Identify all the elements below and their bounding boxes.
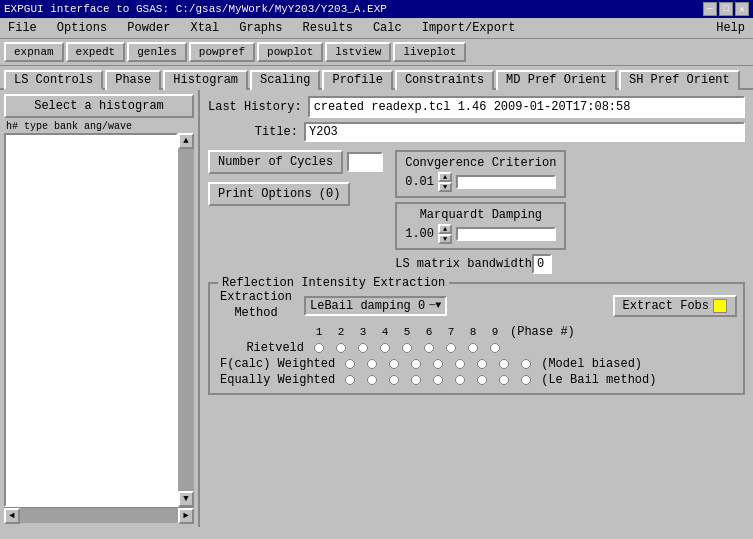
- fcalc-radio-3[interactable]: [389, 359, 399, 369]
- tab-scaling[interactable]: Scaling: [250, 70, 320, 90]
- toolbar-expedt[interactable]: expedt: [66, 42, 126, 62]
- convergence-value: 0.01: [405, 175, 434, 189]
- convergence-title: Convgerence Criterion: [405, 156, 556, 170]
- extract-fobs-button[interactable]: Extract Fobs: [613, 295, 737, 317]
- menu-import-export[interactable]: Import/Export: [418, 20, 520, 36]
- phase-num-4: 4: [374, 326, 396, 338]
- scroll-down-button[interactable]: ▼: [178, 491, 194, 507]
- tab-constraints[interactable]: Constraints: [395, 70, 494, 90]
- last-history-label: Last History:: [208, 100, 302, 114]
- convergence-down-button[interactable]: ▼: [438, 182, 452, 192]
- fcalc-radio-5[interactable]: [433, 359, 443, 369]
- phase-num-3: 3: [352, 326, 374, 338]
- fcalc-radio-1[interactable]: [345, 359, 355, 369]
- fcalc-radio-8-cell: [493, 359, 515, 369]
- histogram-list[interactable]: [4, 133, 178, 507]
- fcalc-radio-4[interactable]: [411, 359, 421, 369]
- convergence-box: Convgerence Criterion 0.01 ▲ ▼: [395, 150, 566, 198]
- phase-num-1: 1: [308, 326, 330, 338]
- equally-radio-4[interactable]: [411, 375, 421, 385]
- equally-radio-5[interactable]: [433, 375, 443, 385]
- rietveld-radio-8[interactable]: [468, 343, 478, 353]
- scroll-track[interactable]: [178, 149, 194, 491]
- equally-radio-8[interactable]: [499, 375, 509, 385]
- equally-radio-9[interactable]: [521, 375, 531, 385]
- toolbar-genles[interactable]: genles: [127, 42, 187, 62]
- scroll-up-button[interactable]: ▲: [178, 133, 194, 149]
- convergence-up-button[interactable]: ▲: [438, 172, 452, 182]
- equally-radio-2[interactable]: [367, 375, 377, 385]
- tab-phase[interactable]: Phase: [105, 70, 161, 90]
- convergence-slider-track[interactable]: [456, 175, 556, 189]
- tab-ls-controls[interactable]: LS Controls: [4, 70, 103, 90]
- title-input[interactable]: [304, 122, 745, 142]
- marquardt-up-button[interactable]: ▲: [438, 224, 452, 234]
- bandwidth-label: LS matrix bandwidth: [395, 257, 532, 271]
- maximize-button[interactable]: □: [719, 2, 733, 16]
- toolbar-liveplot[interactable]: liveplot: [393, 42, 466, 62]
- fobs-indicator: [713, 299, 727, 313]
- equally-radio-6[interactable]: [455, 375, 465, 385]
- fcalc-radio-7[interactable]: [477, 359, 487, 369]
- rietveld-radio-7[interactable]: [446, 343, 456, 353]
- menu-xtal[interactable]: Xtal: [186, 20, 223, 36]
- hscroll-track[interactable]: [20, 508, 178, 523]
- menu-options[interactable]: Options: [53, 20, 111, 36]
- equally-radio-3[interactable]: [389, 375, 399, 385]
- extraction-top-row: ExtractionMethod LeBail damping 0 ─▼ Ext…: [216, 290, 737, 321]
- dropdown-value: LeBail damping 0: [310, 299, 425, 313]
- marquardt-down-button[interactable]: ▼: [438, 234, 452, 244]
- tab-md-pref-orient[interactable]: MD Pref Orient: [496, 70, 617, 90]
- lebail-dropdown[interactable]: LeBail damping 0 ─▼: [304, 296, 447, 316]
- close-button[interactable]: ✕: [735, 2, 749, 16]
- rietveld-label: Rietveld: [220, 341, 308, 355]
- phase-num-5: 5: [396, 326, 418, 338]
- marquardt-slider-track[interactable]: [456, 227, 556, 241]
- menu-calc[interactable]: Calc: [369, 20, 406, 36]
- tab-histogram[interactable]: Histogram: [163, 70, 248, 90]
- fcalc-radio-6[interactable]: [455, 359, 465, 369]
- marquardt-scroll: ▲ ▼: [438, 224, 452, 244]
- scroll-right-button[interactable]: ►: [178, 508, 194, 524]
- marquardt-title: Marquardt Damping: [405, 208, 556, 222]
- toolbar-powplot[interactable]: powplot: [257, 42, 323, 62]
- equally-radio-7[interactable]: [477, 375, 487, 385]
- tab-sh-pref-orient[interactable]: SH Pref Orient: [619, 70, 740, 90]
- bandwidth-input[interactable]: [532, 254, 552, 274]
- rietveld-radio-6-cell: [418, 343, 440, 353]
- rietveld-radio-2[interactable]: [336, 343, 346, 353]
- fcalc-row: F(calc) Weighted (Model biased): [216, 357, 737, 371]
- print-options-button[interactable]: Print Options (0): [208, 182, 350, 206]
- title-label: Title:: [208, 125, 298, 139]
- toolbar-expnam[interactable]: expnam: [4, 42, 64, 62]
- menu-powder[interactable]: Powder: [123, 20, 174, 36]
- menu-graphs[interactable]: Graphs: [235, 20, 286, 36]
- toolbar-lstview[interactable]: lstview: [325, 42, 391, 62]
- fcalc-radio-8[interactable]: [499, 359, 509, 369]
- minimize-button[interactable]: ─: [703, 2, 717, 16]
- num-cycles-button[interactable]: Number of Cycles: [208, 150, 343, 174]
- scroll-left-button[interactable]: ◄: [4, 508, 20, 524]
- fcalc-radio-9[interactable]: [521, 359, 531, 369]
- phase-num-7: 7: [440, 326, 462, 338]
- equally-radio-3-cell: [383, 375, 405, 385]
- menu-results[interactable]: Results: [298, 20, 356, 36]
- toolbar-powpref[interactable]: powpref: [189, 42, 255, 62]
- equally-radio-1[interactable]: [345, 375, 355, 385]
- equally-radio-8-cell: [493, 375, 515, 385]
- rietveld-radio-5[interactable]: [402, 343, 412, 353]
- rietveld-radio-1[interactable]: [314, 343, 324, 353]
- right-panel: Last History: created readexp.tcl 1.46 2…: [200, 90, 753, 527]
- rietveld-radio-9[interactable]: [490, 343, 500, 353]
- right-boxes: Convgerence Criterion 0.01 ▲ ▼ Marquardt…: [395, 150, 566, 274]
- menu-help[interactable]: Help: [712, 20, 749, 36]
- num-cycles-input[interactable]: [347, 152, 383, 172]
- rietveld-radio-3[interactable]: [358, 343, 368, 353]
- select-histogram-button[interactable]: Select a histogram: [4, 94, 194, 118]
- tab-profile[interactable]: Profile: [322, 70, 392, 90]
- equally-radio-9-cell: [515, 375, 537, 385]
- rietveld-radio-4[interactable]: [380, 343, 390, 353]
- rietveld-radio-6[interactable]: [424, 343, 434, 353]
- fcalc-radio-2[interactable]: [367, 359, 377, 369]
- menu-file[interactable]: File: [4, 20, 41, 36]
